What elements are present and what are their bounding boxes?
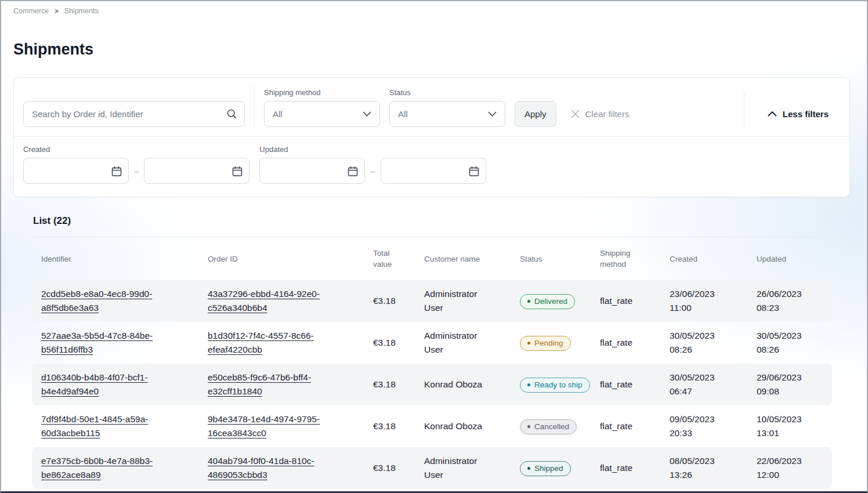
identifier-link[interactable]: 7df9f4bd-50e1-4845-a59a-60d3acbeb115 <box>41 412 175 440</box>
status-badge: Pending <box>520 336 571 351</box>
identifier-cell: e7e375cb-6b0b-4e7a-88b3-be862ace8a89 <box>41 454 208 482</box>
customer-name: Administrator User <box>424 329 489 357</box>
updated-to-input[interactable] <box>381 158 486 183</box>
created-date: 23/06/2023 <box>670 287 751 301</box>
updated-date: 29/06/2023 <box>757 371 826 385</box>
column-header-order-id: Order ID <box>208 253 373 264</box>
total-value-cell: €3.18 <box>373 461 424 475</box>
created-date: 30/05/2023 <box>670 329 751 343</box>
table-body: 2cdd5eb8-e8a0-4ec8-99d0-a8f5db6e3a63 43a… <box>32 280 832 489</box>
identifier-cell: 7df9f4bd-50e1-4845-a59a-60d3acbeb115 <box>41 412 208 440</box>
total-value: €3.18 <box>373 421 396 431</box>
chevron-down-icon <box>488 111 497 117</box>
order-id-cell: b1d30f12-7f4c-4557-8c66-efeaf4220cbb <box>208 329 373 357</box>
table-row: e7e375cb-6b0b-4e7a-88b3-be862ace8a89 404… <box>32 447 832 489</box>
status-value: All <box>398 109 408 119</box>
order-id-link[interactable]: e50ceb85-f9c6-47b6-bff4-e32cff1b1840 <box>208 371 341 398</box>
apply-button[interactable]: Apply <box>515 101 556 127</box>
shipping-method: flat_rate <box>600 421 632 431</box>
order-id-cell: e50ceb85-f9c6-47b6-bff4-e32cff1b1840 <box>208 371 373 398</box>
status-label: Delivered <box>534 295 567 309</box>
breadcrumb-separator-icon: > <box>55 8 58 14</box>
customer-name-cell: Konrad Oboza <box>424 419 520 433</box>
customer-name-cell: Administrator User <box>424 287 520 315</box>
status-dot-icon <box>527 342 530 345</box>
close-icon <box>570 109 580 119</box>
order-id-link[interactable]: 404ab794-f0f0-41da-810c-4869053cbbd3 <box>208 454 341 482</box>
column-header-customer-name: Customer name <box>424 253 520 264</box>
table-row: 7df9f4bd-50e1-4845-a59a-60d3acbeb115 9b4… <box>32 405 832 447</box>
status-cell: Ready to ship <box>520 376 600 393</box>
shipping-method: flat_rate <box>600 338 632 347</box>
created-time: 11:00 <box>670 301 751 315</box>
status-select[interactable]: All <box>389 101 505 127</box>
table-row: 527aae3a-5b5d-47c8-84be-b56f11d6ffb3 b1d… <box>32 322 832 364</box>
created-date: 30/05/2023 <box>670 371 751 385</box>
identifier-link[interactable]: 2cdd5eb8-e8a0-4ec8-99d0-a8f5db6e3a63 <box>41 287 175 315</box>
updated-time: 08:26 <box>757 343 826 357</box>
created-time: 08:26 <box>670 343 751 357</box>
total-value: €3.18 <box>373 296 396 306</box>
status-dot-icon <box>527 425 530 428</box>
breadcrumb: Commerce > Shipments <box>1 1 867 15</box>
updated-date: 10/05/2023 <box>757 412 826 426</box>
total-value-cell: €3.18 <box>373 294 424 308</box>
column-header-identifier: Identifier <box>41 253 208 264</box>
order-id-cell: 9b4e3478-1e4d-4974-9795-16cea3843cc0 <box>208 412 373 440</box>
less-filters-label: Less filters <box>783 109 829 119</box>
updated-cell: 29/06/2023 09:08 <box>757 371 832 398</box>
updated-label: Updated <box>259 145 486 154</box>
status-badge: Cancelled <box>520 419 577 434</box>
column-header-updated: Updated <box>757 253 832 264</box>
status-label: Pending <box>534 336 563 350</box>
created-time: 20:33 <box>670 426 751 440</box>
shipping-method-value: All <box>273 109 283 119</box>
chevron-up-icon <box>768 111 777 117</box>
shipping-method-cell: flat_rate <box>600 294 670 308</box>
updated-time: 13:01 <box>757 426 826 440</box>
created-date-filter: Created – <box>23 145 249 184</box>
breadcrumb-shipments: Shipments <box>64 7 99 15</box>
created-to-input[interactable] <box>144 158 249 183</box>
column-header-shipping-method: Shipping method <box>600 248 670 270</box>
column-header-status: Status <box>520 253 600 264</box>
search-icon <box>226 108 237 119</box>
created-date: 09/05/2023 <box>670 412 751 426</box>
search-input[interactable] <box>23 101 245 127</box>
updated-from-input[interactable] <box>260 158 364 183</box>
status-dot-icon <box>527 300 530 303</box>
updated-cell: 10/05/2023 13:01 <box>757 412 832 440</box>
identifier-link[interactable]: d106340b-b4b8-4f07-bcf1-b4e4d9af94e0 <box>41 371 175 398</box>
breadcrumb-commerce[interactable]: Commerce <box>13 7 49 15</box>
total-value: €3.18 <box>373 379 396 389</box>
status-badge: Ready to ship <box>520 378 590 393</box>
customer-name: Konrad Oboza <box>424 378 482 392</box>
status-cell: Pending <box>520 335 600 351</box>
created-from-input[interactable] <box>24 158 128 183</box>
shipments-page: Commerce > Shipments Shipments Shipping … <box>0 0 868 493</box>
clear-filters-button[interactable]: Clear filters <box>570 101 630 127</box>
order-id-cell: 43a37296-ebbd-4164-92e0-c526a340b6b4 <box>208 287 373 315</box>
order-id-link[interactable]: 9b4e3478-1e4d-4974-9795-16cea3843cc0 <box>208 412 341 440</box>
status-filter: Status All <box>389 88 505 127</box>
identifier-link[interactable]: e7e375cb-6b0b-4e7a-88b3-be862ace8a89 <box>41 454 175 482</box>
order-id-cell: 404ab794-f0f0-41da-810c-4869053cbbd3 <box>208 454 373 482</box>
order-id-link[interactable]: b1d30f12-7f4c-4557-8c66-efeaf4220cbb <box>208 329 341 357</box>
created-time: 13:26 <box>670 468 751 482</box>
updated-cell: 22/06/2023 12:00 <box>757 454 832 482</box>
status-label: Cancelled <box>534 420 569 434</box>
updated-time: 09:08 <box>757 385 826 398</box>
status-dot-icon <box>527 383 530 386</box>
status-dot-icon <box>527 467 530 470</box>
status-badge: Shipped <box>520 461 571 476</box>
filters-panel: Shipping method All Status All <box>13 77 850 197</box>
customer-name: Administrator User <box>424 287 489 315</box>
shipping-method-select[interactable]: All <box>264 101 380 127</box>
less-filters-toggle[interactable]: Less filters <box>768 101 829 127</box>
order-id-link[interactable]: 43a37296-ebbd-4164-92e0-c526a340b6b4 <box>208 287 341 315</box>
status-cell: Shipped <box>520 460 600 476</box>
created-date: 08/05/2023 <box>670 454 751 468</box>
clear-filters-label: Clear filters <box>585 109 630 119</box>
updated-time: 08:23 <box>757 301 826 315</box>
identifier-link[interactable]: 527aae3a-5b5d-47c8-84be-b56f11d6ffb3 <box>41 329 175 357</box>
